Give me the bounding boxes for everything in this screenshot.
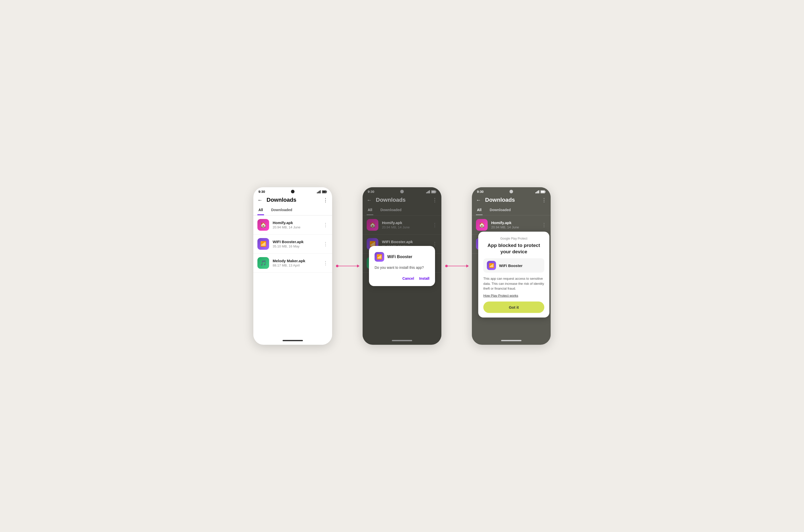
file-name-homify-3: Homify.apk — [491, 221, 538, 225]
more-icon-3[interactable]: ⋮ — [542, 197, 547, 203]
svg-rect-16 — [538, 191, 538, 193]
play-protect-title: App blocked to protect your device — [483, 242, 544, 255]
file-meta-melody-1: 88.17 MB, 13 April — [273, 264, 319, 267]
tab-downloaded-3[interactable]: Downloaded — [489, 205, 512, 215]
svg-rect-6 — [322, 191, 326, 193]
phone-3: 9:30 ← Downloads ⋮ All — [472, 187, 551, 345]
camera-dot-3 — [509, 190, 513, 193]
file-info-wifi-1: WIFI Booster.apk 35.10 MB, 16 May — [273, 240, 319, 248]
status-icons-1 — [317, 190, 327, 193]
file-name-homify-1: Homify.apk — [273, 221, 319, 225]
file-list-1: 🏠 Homify.apk 20.94 MB, 14 June ⋮ 📶 WIFI … — [253, 215, 332, 337]
title-3: Downloads — [485, 197, 538, 203]
home-bar-1 — [283, 340, 303, 341]
svg-rect-19 — [545, 191, 546, 192]
file-more-wifi-1[interactable]: ⋮ — [323, 241, 328, 247]
tabs-1: All Downloaded — [253, 205, 332, 215]
svg-rect-3 — [320, 190, 321, 193]
arrow-line-2 — [447, 266, 467, 266]
signal-icon-1 — [317, 190, 321, 193]
arrow-head-2 — [466, 265, 469, 267]
app-bar-1: ← Downloads ⋮ — [253, 195, 332, 205]
tab-downloaded-1[interactable]: Downloaded — [270, 205, 293, 215]
status-icons-3 — [536, 190, 546, 193]
arrow-head-1 — [357, 265, 359, 267]
svg-rect-0 — [317, 192, 318, 193]
modal-overlay-2: 📶 WiFi Booster Do you want to install th… — [362, 187, 442, 345]
arrow-dot-2 — [445, 265, 448, 267]
install-button[interactable]: Install — [419, 276, 429, 282]
pp-how-link[interactable]: How Play Protect works — [483, 294, 544, 298]
arrow-dot-1 — [336, 265, 338, 267]
arrow-line-1 — [337, 266, 357, 266]
install-modal: 📶 WiFi Booster Do you want to install th… — [369, 246, 435, 286]
file-more-melody-1[interactable]: ⋮ — [323, 260, 328, 266]
arrow-2 — [442, 266, 472, 266]
battery-icon-1 — [322, 190, 327, 193]
tab-all-3[interactable]: All — [476, 205, 483, 215]
camera-dot-1 — [291, 190, 295, 193]
play-protect-modal: Google Play Protect App blocked to prote… — [478, 232, 549, 318]
svg-rect-14 — [536, 192, 536, 193]
status-bar-3: 9:30 — [472, 187, 551, 195]
file-info-homify-1: Homify.apk 20.94 MB, 14 June — [273, 221, 319, 229]
file-name-wifi-1: WIFI Booster.apk — [273, 240, 319, 244]
modal-app-name: WiFi Booster — [387, 254, 412, 259]
file-item-wifi-1[interactable]: 📶 WIFI Booster.apk 35.10 MB, 16 May ⋮ — [253, 234, 332, 253]
time-1: 9:30 — [258, 190, 265, 194]
modal-buttons: Cancel Install — [375, 276, 429, 282]
svg-rect-17 — [539, 190, 539, 193]
signal-icon-3 — [536, 190, 540, 193]
more-icon-1[interactable]: ⋮ — [323, 197, 328, 203]
file-icon-homify-3: 🏠 — [476, 219, 488, 231]
pp-app-name: WiFi Booster — [499, 264, 522, 268]
file-icon-homify-1: 🏠 — [257, 219, 269, 231]
file-icon-melody-1: 🎵 — [257, 257, 269, 269]
file-more-homify-1[interactable]: ⋮ — [323, 222, 328, 228]
home-bar-3 — [501, 340, 521, 341]
file-more-homify-3[interactable]: ⋮ — [542, 222, 547, 228]
svg-rect-5 — [326, 191, 327, 192]
file-info-melody-1: Melody Maker.apk 88.17 MB, 13 April — [273, 259, 319, 267]
arrow-1 — [332, 266, 362, 266]
file-meta-homify-3: 20.94 MB, 14 June — [491, 225, 538, 229]
file-name-melody-1: Melody Maker.apk — [273, 259, 319, 263]
pp-description: This app can request access to sensitive… — [483, 276, 544, 291]
battery-icon-3 — [541, 190, 546, 193]
back-button-3[interactable]: ← — [476, 197, 481, 203]
time-3: 9:30 — [477, 190, 484, 194]
pp-app-row: 📶 WiFi Booster — [483, 259, 544, 272]
file-meta-homify-1: 20.94 MB, 14 June — [273, 225, 319, 229]
svg-rect-20 — [541, 191, 545, 193]
modal-app-icon: 📶 — [375, 252, 384, 262]
cancel-button[interactable]: Cancel — [403, 276, 414, 282]
play-protect-header: Google Play Protect — [483, 237, 544, 240]
modal-question: Do you want to install this app? — [375, 265, 429, 270]
file-meta-wifi-1: 35.10 MB, 16 May — [273, 244, 319, 248]
tabs-3: All Downloaded — [472, 205, 551, 215]
file-item-melody-1[interactable]: 🎵 Melody Maker.apk 88.17 MB, 13 April ⋮ — [253, 253, 332, 272]
status-bar-1: 9:30 — [253, 187, 332, 195]
title-1: Downloads — [266, 197, 319, 203]
file-item-homify-1[interactable]: 🏠 Homify.apk 20.94 MB, 14 June ⋮ — [253, 215, 332, 234]
tab-all-1[interactable]: All — [257, 205, 264, 215]
svg-rect-15 — [537, 192, 537, 193]
svg-rect-2 — [319, 191, 320, 193]
got-it-button[interactable]: Got it — [483, 302, 544, 313]
file-info-homify-3: Homify.apk 20.94 MB, 14 June — [491, 221, 538, 229]
scene: 9:30 ← Downloads ⋮ All — [262, 187, 542, 345]
phone-1: 9:30 ← Downloads ⋮ All — [253, 187, 332, 345]
pp-app-icon: 📶 — [487, 261, 496, 270]
modal-app-row: 📶 WiFi Booster — [375, 252, 429, 262]
phone-2: 9:30 ← Downloads ⋮ All — [362, 187, 442, 345]
app-bar-3: ← Downloads ⋮ — [472, 195, 551, 205]
svg-rect-1 — [318, 192, 319, 193]
back-button-1[interactable]: ← — [257, 197, 262, 203]
file-icon-wifi-1: 📶 — [257, 238, 269, 250]
